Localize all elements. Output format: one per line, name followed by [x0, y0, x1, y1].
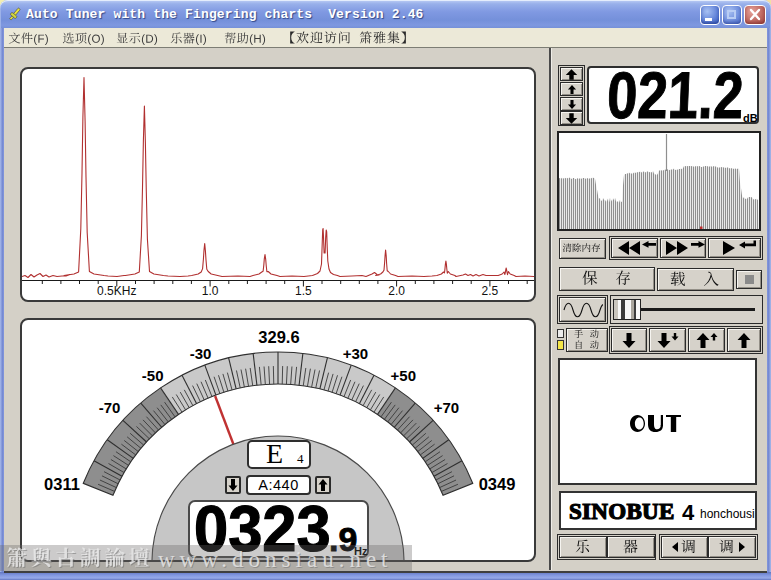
svg-text:2.5: 2.5	[482, 284, 499, 298]
svg-text:1.5: 1.5	[295, 284, 312, 298]
svg-text:1.0: 1.0	[202, 284, 219, 298]
svg-text:0.5KHz: 0.5KHz	[97, 284, 136, 298]
svg-text:+70: +70	[434, 399, 459, 416]
svg-text:+30: +30	[343, 345, 368, 362]
svg-text:0349: 0349	[479, 475, 516, 493]
svg-text:329.6: 329.6	[258, 328, 299, 346]
svg-text:0311: 0311	[44, 475, 80, 493]
svg-text:-70: -70	[99, 399, 121, 416]
svg-text:+50: +50	[391, 367, 416, 384]
svg-text:-50: -50	[142, 367, 164, 384]
svg-text:-30: -30	[190, 345, 212, 362]
svg-text:2.0: 2.0	[388, 284, 405, 298]
